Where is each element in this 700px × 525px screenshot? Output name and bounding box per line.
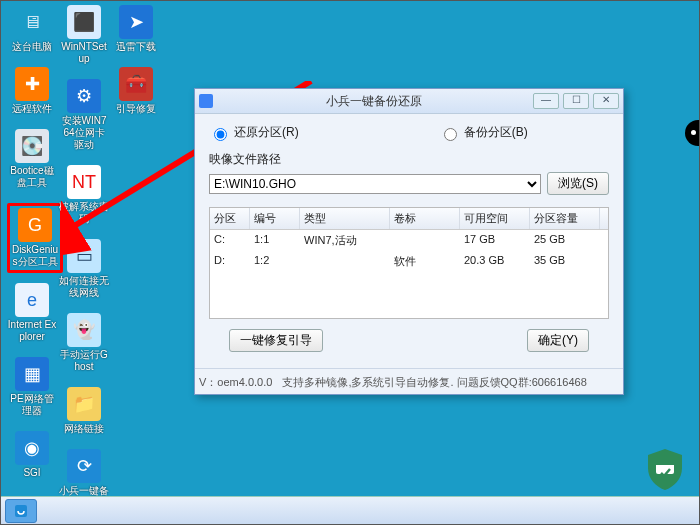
column-header[interactable]: 分区 xyxy=(210,208,250,229)
remote-software-icon-label: 远程软件 xyxy=(7,103,57,115)
diskgenius-icon-glyph: G xyxy=(18,208,52,242)
install-win7-driver-icon-glyph: ⚙ xyxy=(67,79,101,113)
desktop: 🖥这台电脑✚远程软件💽Bootice磁盘工具GDiskGenius分区工具eIn… xyxy=(0,0,700,525)
taskbar[interactable] xyxy=(1,496,699,524)
install-win7-driver-icon-label: 安装WIN7 64位网卡驱动 xyxy=(59,115,109,151)
maximize-button[interactable]: ☐ xyxy=(563,93,589,109)
ghost-icon-glyph: 👻 xyxy=(67,313,101,347)
pe-network-icon[interactable]: ▦PE网络管理器 xyxy=(7,357,57,417)
backup-radio-input[interactable] xyxy=(444,128,457,141)
boot-repair-icon-glyph: 🧰 xyxy=(119,67,153,101)
bootice-icon[interactable]: 💽Bootice磁盘工具 xyxy=(7,129,57,189)
boot-repair-icon-label: 引导修复 xyxy=(111,103,161,115)
table-cell: 25 GB xyxy=(530,230,600,251)
sgi-icon-label: SGI xyxy=(7,467,57,479)
status-message: 支持多种镜像,多系统引导自动修复. 问题反馈QQ群:606616468 xyxy=(282,375,586,390)
minimize-button[interactable]: — xyxy=(533,93,559,109)
table-cell: 1:1 xyxy=(250,230,300,251)
titlebar[interactable]: 小兵一键备份还原 — ☐ ✕ xyxy=(195,89,623,114)
boot-repair-icon[interactable]: 🧰引导修复 xyxy=(111,67,161,115)
pe-network-icon-glyph: ▦ xyxy=(15,357,49,391)
diskgenius-icon-label: DiskGenius分区工具 xyxy=(10,244,60,268)
column-header[interactable]: 类型 xyxy=(300,208,390,229)
table-cell: WIN7,活动 xyxy=(300,230,390,251)
ie-icon-glyph: e xyxy=(15,283,49,317)
repair-boot-button[interactable]: 一键修复引导 xyxy=(229,329,323,352)
crack-password-icon-glyph: NT xyxy=(67,165,101,199)
sgi-icon-glyph: ◉ xyxy=(15,431,49,465)
install-win7-driver-icon[interactable]: ⚙安装WIN7 64位网卡驱动 xyxy=(59,79,109,151)
ie-icon[interactable]: eInternet Explorer xyxy=(7,283,57,343)
wifi-help-icon-label: 如何连接无线网线 xyxy=(59,275,109,299)
column-header[interactable]: 卷标 xyxy=(390,208,460,229)
table-cell: 17 GB xyxy=(460,230,530,251)
bootice-icon-glyph: 💽 xyxy=(15,129,49,163)
partition-table[interactable]: 分区编号类型卷标可用空间分区容量 C:1:1WIN7,活动17 GB25 GBD… xyxy=(209,207,609,319)
table-row[interactable]: C:1:1WIN7,活动17 GB25 GB xyxy=(210,230,608,251)
winntsetup-icon[interactable]: ⬛WinNTSetup xyxy=(59,5,109,65)
svg-rect-1 xyxy=(15,505,27,517)
restore-radio-input[interactable] xyxy=(214,128,227,141)
image-path-select[interactable]: E:\WIN10.GHO xyxy=(209,174,541,194)
diskgenius-icon[interactable]: GDiskGenius分区工具 xyxy=(7,203,63,273)
winntsetup-icon-glyph: ⬛ xyxy=(67,5,101,39)
ghost-icon[interactable]: 👻手动运行Ghost xyxy=(59,313,109,373)
network-links-icon-label: 网络链接 xyxy=(59,423,109,435)
column-header[interactable]: 可用空间 xyxy=(460,208,530,229)
version-label: V：oem4.0.0.0 xyxy=(199,375,272,390)
crack-password-icon-label: 破解系统密码 xyxy=(59,201,109,225)
app-icon xyxy=(199,94,213,108)
this-pc-icon-glyph: 🖥 xyxy=(15,5,49,39)
window-title: 小兵一键备份还原 xyxy=(219,93,529,110)
xunlei-icon-glyph: ➤ xyxy=(119,5,153,39)
xiaobing-backup-icon-glyph: ⟳ xyxy=(67,449,101,483)
network-links-icon-glyph: 📁 xyxy=(67,387,101,421)
remote-software-icon-glyph: ✚ xyxy=(15,67,49,101)
table-cell: 35 GB xyxy=(530,251,600,272)
side-handle xyxy=(685,120,699,146)
table-cell: 20.3 GB xyxy=(460,251,530,272)
sgi-icon[interactable]: ◉SGI xyxy=(7,431,57,479)
close-button[interactable]: ✕ xyxy=(593,93,619,109)
xunlei-icon[interactable]: ➤迅雷下载 xyxy=(111,5,161,53)
browse-button[interactable]: 浏览(S) xyxy=(547,172,609,195)
watermark-logo xyxy=(635,444,695,494)
column-header[interactable]: 编号 xyxy=(250,208,300,229)
status-bar: V：oem4.0.0.0 支持多种镜像,多系统引导自动修复. 问题反馈QQ群:6… xyxy=(195,368,623,394)
backup-radio[interactable]: 备份分区(B) xyxy=(439,124,528,141)
taskbar-app-icon xyxy=(13,503,29,519)
table-cell: 软件 xyxy=(390,251,460,272)
image-path-label: 映像文件路径 xyxy=(209,151,609,168)
restore-radio[interactable]: 还原分区(R) xyxy=(209,124,299,141)
this-pc-icon-label: 这台电脑 xyxy=(7,41,57,53)
bootice-icon-label: Bootice磁盘工具 xyxy=(7,165,57,189)
wifi-help-icon-glyph: ▭ xyxy=(67,239,101,273)
this-pc-icon[interactable]: 🖥这台电脑 xyxy=(7,5,57,53)
column-header[interactable]: 分区容量 xyxy=(530,208,600,229)
table-cell: C: xyxy=(210,230,250,251)
table-cell xyxy=(390,230,460,251)
xunlei-icon-label: 迅雷下载 xyxy=(111,41,161,53)
taskbar-app-button[interactable] xyxy=(5,499,37,523)
table-cell: D: xyxy=(210,251,250,272)
svg-rect-3 xyxy=(656,460,674,465)
wifi-help-icon[interactable]: ▭如何连接无线网线 xyxy=(59,239,109,299)
network-links-icon[interactable]: 📁网络链接 xyxy=(59,387,109,435)
table-cell xyxy=(300,251,390,272)
remote-software-icon[interactable]: ✚远程软件 xyxy=(7,67,57,115)
table-cell: 1:2 xyxy=(250,251,300,272)
ghost-icon-label: 手动运行Ghost xyxy=(59,349,109,373)
pe-network-icon-label: PE网络管理器 xyxy=(7,393,57,417)
ie-icon-label: Internet Explorer xyxy=(7,319,57,343)
table-row[interactable]: D:1:2软件20.3 GB35 GB xyxy=(210,251,608,272)
crack-password-icon[interactable]: NT破解系统密码 xyxy=(59,165,109,225)
confirm-button[interactable]: 确定(Y) xyxy=(527,329,589,352)
backup-restore-window: 小兵一键备份还原 — ☐ ✕ 还原分区(R) 备份分区(B) 映像文件路径 xyxy=(194,88,624,395)
winntsetup-icon-label: WinNTSetup xyxy=(59,41,109,65)
